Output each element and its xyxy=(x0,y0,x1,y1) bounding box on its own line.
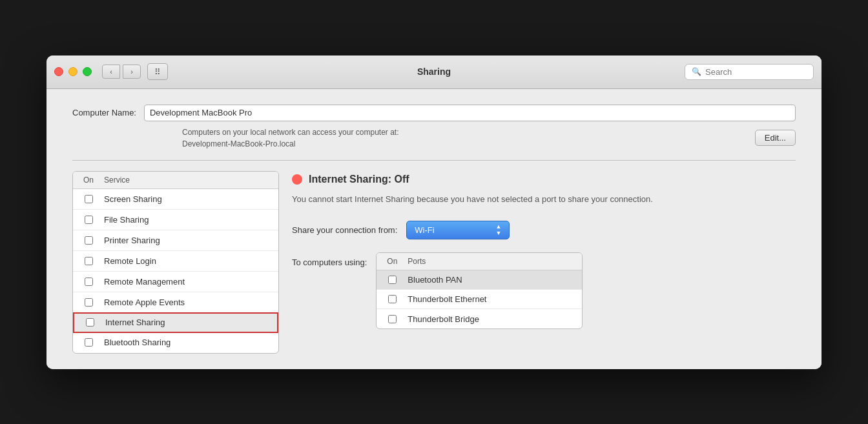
service-row-remote-management[interactable]: Remote Management xyxy=(73,272,278,292)
edit-button[interactable]: Edit... xyxy=(755,130,796,146)
service-row-remote-apple-events[interactable]: Remote Apple Events xyxy=(73,292,278,313)
stepper-down-icon: ▼ xyxy=(495,230,501,236)
connection-select[interactable]: Wi-Fi ▲ ▼ xyxy=(406,221,510,239)
service-row-printer-sharing[interactable]: Printer Sharing xyxy=(73,230,278,251)
bluetooth-pan-checkbox[interactable] xyxy=(388,276,397,284)
file-sharing-checkbox-cell xyxy=(73,216,104,224)
status-dot-red xyxy=(292,174,302,185)
port-row-thunderbolt-ethernet[interactable]: Thunderbolt Ethernet xyxy=(377,290,582,309)
minimize-button[interactable] xyxy=(68,67,78,76)
forward-button[interactable]: › xyxy=(123,65,141,79)
ports-col-ports: Ports xyxy=(408,257,426,266)
service-row-screen-sharing[interactable]: Screen Sharing xyxy=(73,189,278,210)
remote-apple-events-label: Remote Apple Events xyxy=(104,298,185,307)
local-address-text: Computers on your local network can acce… xyxy=(182,126,398,150)
stepper-up-icon: ▲ xyxy=(495,224,501,230)
search-icon: 🔍 xyxy=(692,67,701,76)
service-row-file-sharing[interactable]: File Sharing xyxy=(73,210,278,230)
computers-using-label: To computers using: xyxy=(292,252,367,267)
bluetooth-pan-checkbox-cell xyxy=(377,276,408,284)
port-row-bluetooth-pan[interactable]: Bluetooth PAN xyxy=(377,270,582,290)
service-row-remote-login[interactable]: Remote Login xyxy=(73,251,278,272)
computer-name-row: Computer Name: xyxy=(72,105,796,121)
remote-login-checkbox-cell xyxy=(73,257,104,265)
thunderbolt-ethernet-checkbox-cell xyxy=(377,295,408,303)
thunderbolt-bridge-checkbox-cell xyxy=(377,315,408,323)
remote-apple-events-checkbox[interactable] xyxy=(85,298,93,307)
file-sharing-label: File Sharing xyxy=(104,215,149,225)
internet-sharing-checkbox-cell xyxy=(74,318,105,327)
share-from-label: Share your connection from: xyxy=(292,225,397,235)
bluetooth-sharing-checkbox-cell xyxy=(73,338,104,347)
services-panel: On Service Screen Sharing File Shari xyxy=(72,171,279,354)
internet-sharing-checkbox[interactable] xyxy=(86,318,94,327)
connection-select-value: Wi-Fi xyxy=(415,225,434,235)
main-panel: On Service Screen Sharing File Shari xyxy=(72,171,796,354)
service-description: You cannot start Internet Sharing becaus… xyxy=(292,193,679,206)
computer-name-label: Computer Name: xyxy=(72,108,136,117)
local-address-line1: Computers on your local network can acce… xyxy=(182,128,398,137)
traffic-lights xyxy=(54,67,92,76)
services-col-service: Service xyxy=(104,176,130,185)
thunderbolt-ethernet-checkbox[interactable] xyxy=(388,295,397,303)
ports-col-on: On xyxy=(377,257,408,266)
internet-sharing-label: Internet Sharing xyxy=(105,318,165,327)
local-address-row: Computers on your local network can acce… xyxy=(182,126,796,150)
printer-sharing-label: Printer Sharing xyxy=(104,236,160,245)
service-status-row: Internet Sharing: Off xyxy=(292,174,796,185)
services-col-on: On xyxy=(73,176,104,185)
thunderbolt-bridge-label: Thunderbolt Bridge xyxy=(408,314,479,324)
window: ‹ › ⠿ Sharing 🔍 Computer Name: Computers… xyxy=(46,56,822,369)
search-input[interactable] xyxy=(705,67,807,77)
remote-management-label: Remote Management xyxy=(104,277,185,287)
thunderbolt-bridge-checkbox[interactable] xyxy=(388,315,397,323)
file-sharing-checkbox[interactable] xyxy=(85,216,93,224)
share-connection-row: Share your connection from: Wi-Fi ▲ ▼ xyxy=(292,221,796,239)
printer-sharing-checkbox[interactable] xyxy=(85,236,93,245)
remote-management-checkbox[interactable] xyxy=(85,278,93,286)
divider xyxy=(72,160,796,161)
service-row-bluetooth-sharing[interactable]: Bluetooth Sharing xyxy=(73,332,278,353)
bluetooth-pan-label: Bluetooth PAN xyxy=(408,275,462,285)
search-box[interactable]: 🔍 xyxy=(685,64,814,80)
services-table: On Service Screen Sharing File Shari xyxy=(72,171,279,354)
port-row-thunderbolt-bridge[interactable]: Thunderbolt Bridge xyxy=(377,309,582,328)
back-button[interactable]: ‹ xyxy=(102,65,120,79)
remote-apple-events-checkbox-cell xyxy=(73,298,104,307)
remote-login-checkbox[interactable] xyxy=(85,257,93,265)
printer-sharing-checkbox-cell xyxy=(73,236,104,245)
computers-using-row: To computers using: On Ports Bluetooth P… xyxy=(292,252,796,329)
service-row-internet-sharing[interactable]: Internet Sharing xyxy=(73,312,278,333)
remote-login-label: Remote Login xyxy=(104,256,156,266)
bluetooth-sharing-checkbox[interactable] xyxy=(85,338,93,347)
ports-table: On Ports Bluetooth PAN xyxy=(376,252,583,329)
close-button[interactable] xyxy=(54,67,63,76)
bluetooth-sharing-label: Bluetooth Sharing xyxy=(104,338,170,347)
remote-management-checkbox-cell xyxy=(73,278,104,286)
services-header: On Service xyxy=(73,172,278,189)
screen-sharing-checkbox[interactable] xyxy=(85,195,93,203)
window-title: Sharing xyxy=(417,66,451,77)
content-area: Computer Name: Computers on your local n… xyxy=(46,89,822,369)
nav-buttons: ‹ › xyxy=(102,65,141,79)
thunderbolt-ethernet-label: Thunderbolt Ethernet xyxy=(408,294,486,304)
titlebar: ‹ › ⠿ Sharing 🔍 xyxy=(46,56,822,89)
service-status-title: Internet Sharing: Off xyxy=(309,174,409,185)
screen-sharing-checkbox-cell xyxy=(73,195,104,203)
local-address-line2: Development-MacBook-Pro.local xyxy=(182,139,295,148)
computer-name-input[interactable] xyxy=(144,105,796,121)
screen-sharing-label: Screen Sharing xyxy=(104,194,162,204)
ports-header: On Ports xyxy=(377,253,582,270)
detail-panel: Internet Sharing: Off You cannot start I… xyxy=(292,171,796,354)
grid-button[interactable]: ⠿ xyxy=(147,63,168,80)
maximize-button[interactable] xyxy=(83,67,92,76)
